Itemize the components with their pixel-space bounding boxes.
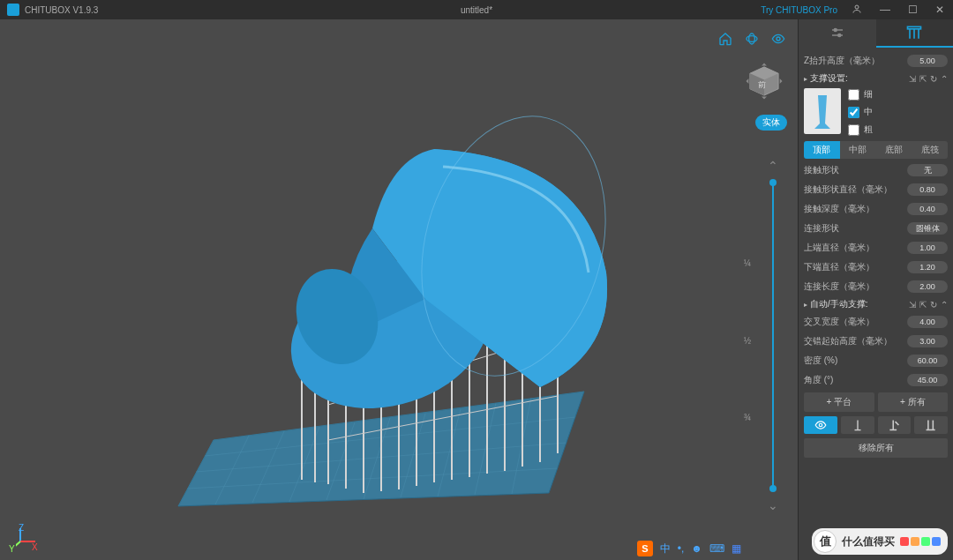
solid-mode-button[interactable]: 实体: [755, 115, 787, 131]
maximize-icon[interactable]: ☐: [904, 4, 921, 16]
axis-z-label: Z: [19, 523, 24, 533]
svg-line-50: [16, 541, 20, 548]
upper-diam-input[interactable]: 1.00: [907, 242, 948, 254]
cross-start-input[interactable]: 3.00: [907, 335, 948, 347]
home-view-icon[interactable]: [718, 32, 732, 49]
svg-point-54: [838, 34, 841, 37]
svg-marker-44: [762, 63, 767, 65]
import-icon[interactable]: ⇲: [909, 300, 916, 310]
mode-remove-button[interactable]: [878, 416, 912, 434]
preset-thin[interactable]: 细: [848, 88, 948, 101]
support-preview-thumb: [804, 88, 841, 134]
cross-width-input[interactable]: 4.00: [907, 316, 948, 328]
ruler-half-label: ½: [744, 336, 751, 346]
export-icon[interactable]: ⇱: [919, 300, 927, 310]
watermark: 值 什么值得买: [812, 528, 948, 555]
ruler-top-handle[interactable]: [769, 179, 777, 186]
user-icon[interactable]: [848, 4, 866, 17]
svg-point-37: [747, 36, 757, 42]
contact-depth-input[interactable]: 0.40: [907, 203, 948, 215]
refresh-icon[interactable]: ↻: [930, 74, 937, 84]
app-logo: [7, 4, 19, 16]
density-input[interactable]: 60.00: [907, 355, 948, 367]
tab-raft[interactable]: 底筏: [912, 141, 948, 159]
ruler-bottom-handle[interactable]: [769, 485, 777, 492]
collapse-icon[interactable]: ▸: [804, 75, 807, 83]
ime-grid-icon[interactable]: ▦: [732, 542, 741, 555]
import-icon[interactable]: ⇲: [909, 74, 916, 84]
side-panel: Z抬升高度（毫米） 5.00 ▸支撑设置: ⇲ ⇱ ↻ ⌃ 细: [798, 19, 953, 560]
chevron-up-icon[interactable]: ⌃: [768, 155, 778, 176]
document-title: untitled*: [461, 5, 492, 15]
contact-diam-label: 接触形状直径（毫米）: [804, 183, 892, 196]
preset-thick[interactable]: 粗: [848, 123, 948, 136]
ime-keyboard-icon[interactable]: ⌨: [709, 542, 724, 555]
ime-lang[interactable]: 中: [660, 541, 671, 556]
close-icon[interactable]: ✕: [932, 4, 948, 16]
conn-len-label: 连接长度（毫米）: [804, 280, 874, 293]
svg-text:前: 前: [758, 80, 766, 89]
conn-len-input[interactable]: 2.00: [907, 280, 948, 293]
mode-add-button[interactable]: [841, 416, 874, 434]
ruler-threequarter-label: ¾: [744, 413, 751, 422]
zlift-label: Z抬升高度（毫米）: [804, 55, 880, 67]
export-icon[interactable]: ⇱: [919, 74, 927, 84]
add-all-button[interactable]: + 所有: [878, 392, 949, 412]
cross-width-label: 交叉宽度（毫米）: [804, 316, 874, 328]
viewport-3d[interactable]: 前 实体 ⌃ ¼ ½ ¾ ⌄ Z X Y: [0, 19, 798, 560]
view-cube[interactable]: 前: [745, 62, 784, 101]
watermark-text: 什么值得买: [842, 534, 895, 549]
svg-point-53: [834, 29, 837, 32]
chevron-down-icon[interactable]: ⌄: [768, 495, 778, 516]
tab-top[interactable]: 顶部: [804, 141, 840, 159]
conn-shape-select[interactable]: 圆锥体: [907, 222, 948, 235]
orbit-icon[interactable]: [745, 32, 759, 49]
lower-diam-label: 下端直径（毫米）: [804, 261, 874, 273]
mode-visibility-button[interactable]: [804, 416, 837, 434]
svg-point-38: [749, 34, 755, 44]
svg-rect-55: [908, 26, 921, 28]
mode-edit-button[interactable]: [914, 416, 948, 434]
minimize-icon[interactable]: —: [876, 4, 894, 16]
axis-x-label: X: [32, 542, 38, 552]
contact-diam-input[interactable]: 0.80: [907, 183, 948, 196]
tab-supports[interactable]: [876, 19, 954, 48]
tab-mid[interactable]: 中部: [840, 141, 876, 159]
contact-depth-label: 接触深度（毫米）: [804, 203, 874, 215]
svg-marker-45: [762, 97, 767, 100]
watermark-badge: 值: [814, 530, 837, 553]
chevron-up-icon[interactable]: ⌃: [941, 300, 948, 310]
svg-point-0: [855, 5, 859, 9]
ime-emoji-icon[interactable]: ☻: [691, 542, 702, 555]
model-preview: [125, 70, 672, 511]
watermark-icons: [900, 537, 941, 546]
visibility-icon[interactable]: [771, 32, 785, 49]
add-platform-button[interactable]: + 平台: [804, 392, 874, 412]
try-pro-link[interactable]: Try CHITUBOX Pro: [761, 5, 837, 15]
svg-point-39: [777, 37, 780, 41]
conn-shape-label: 连接形状: [804, 222, 839, 235]
ime-bar: S 中 •, ☻ ⌨ ▦: [637, 541, 741, 556]
preset-mid[interactable]: 中: [848, 106, 948, 118]
ime-punct[interactable]: •,: [678, 542, 685, 555]
auto-manual-label: 自动/手动支撑:: [810, 298, 868, 310]
angle-input[interactable]: 45.00: [907, 374, 948, 386]
ime-logo-icon[interactable]: S: [637, 541, 653, 556]
svg-line-65: [896, 422, 899, 425]
tab-settings[interactable]: [799, 19, 876, 48]
tab-bottom[interactable]: 底部: [876, 141, 912, 159]
svg-marker-46: [746, 78, 748, 84]
contact-shape-select[interactable]: 无: [907, 164, 948, 176]
z-height-ruler[interactable]: ⌃ ¼ ½ ¾ ⌄: [762, 155, 784, 516]
cross-start-label: 交错起始高度（毫米）: [804, 335, 892, 347]
angle-label: 角度 (°): [804, 374, 833, 386]
zlift-input[interactable]: 5.00: [907, 55, 948, 67]
svg-marker-47: [780, 78, 783, 84]
svg-point-60: [819, 423, 822, 427]
upper-diam-label: 上端直径（毫米）: [804, 242, 874, 254]
refresh-icon[interactable]: ↻: [930, 300, 937, 310]
remove-all-button[interactable]: 移除所有: [804, 438, 948, 458]
collapse-icon[interactable]: ▸: [804, 301, 807, 309]
lower-diam-input[interactable]: 1.20: [907, 261, 948, 273]
chevron-up-icon[interactable]: ⌃: [941, 74, 948, 84]
